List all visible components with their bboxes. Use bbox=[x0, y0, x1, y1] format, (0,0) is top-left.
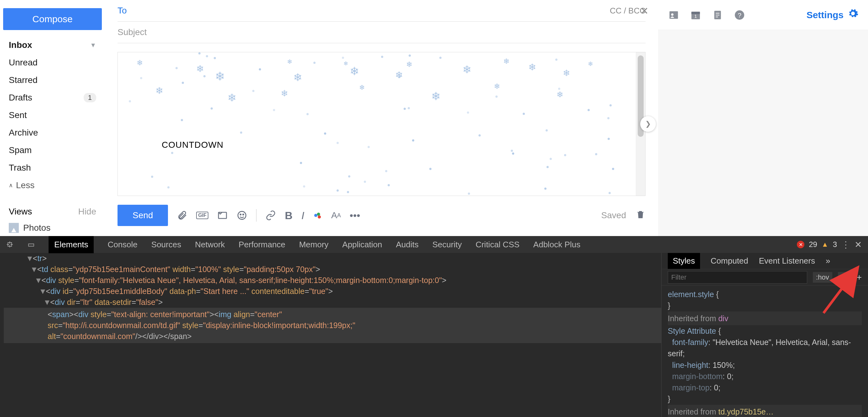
subject-field[interactable]: Subject bbox=[118, 22, 646, 43]
tab-more-icon[interactable]: » bbox=[826, 256, 830, 266]
contacts-icon[interactable] bbox=[668, 9, 680, 21]
emoji-icon[interactable] bbox=[237, 210, 247, 221]
drafts-badge: 1 bbox=[84, 93, 96, 102]
views-label: Views bbox=[9, 207, 32, 217]
css-val: 150% bbox=[713, 361, 733, 370]
compose-button[interactable]: Compose bbox=[3, 8, 102, 30]
nav-starred[interactable]: Starred bbox=[3, 71, 102, 89]
nav-sent[interactable]: Sent bbox=[3, 106, 102, 124]
nav-archive[interactable]: Archive bbox=[3, 124, 102, 141]
compose-body[interactable]: COUNTDOWN ❄❄❄❄❄❄❄❄❄❄❄❄❄❄❄❄❄❄❄❄❄ ❯ bbox=[118, 52, 646, 196]
rule-selector: element.style bbox=[668, 290, 714, 299]
dom-tree[interactable]: ▼<tr> ▼<td class="ydp75b15ee1mainContent… bbox=[0, 253, 661, 417]
separator bbox=[256, 209, 257, 222]
css-prop: line-height bbox=[672, 361, 708, 370]
settings-label: Settings bbox=[807, 10, 843, 20]
nav-label: Archive bbox=[9, 128, 38, 138]
gif-icon[interactable]: GIF bbox=[196, 212, 208, 219]
notes-icon[interactable] bbox=[711, 9, 724, 21]
nav-less[interactable]: ∧Less bbox=[3, 177, 102, 194]
close-icon[interactable]: ✕ bbox=[640, 5, 649, 17]
svg-text:?: ? bbox=[738, 11, 741, 19]
nav-less-label: Less bbox=[16, 180, 34, 190]
expand-icon[interactable]: ❯ bbox=[640, 116, 656, 132]
new-style-icon[interactable]: + bbox=[857, 272, 862, 282]
italic-icon[interactable]: I bbox=[302, 209, 304, 222]
nav-spam[interactable]: Spam bbox=[3, 141, 102, 159]
nav-label: Drafts bbox=[9, 93, 32, 103]
error-count-icon[interactable]: ✕ bbox=[797, 241, 804, 248]
countdown-image-alt: COUNTDOWN bbox=[162, 140, 223, 150]
nav-inbox[interactable]: Inbox ▼ bbox=[3, 36, 102, 54]
font-size-icon[interactable]: AA bbox=[331, 210, 341, 220]
styles-tabs: Styles Computed Event Listeners » bbox=[661, 253, 868, 269]
svg-point-8 bbox=[671, 13, 674, 16]
nav-label: Trash bbox=[9, 163, 31, 173]
css-prop: font-family bbox=[672, 338, 708, 347]
tab-critical-css[interactable]: Critical CSS bbox=[476, 240, 520, 249]
nav-unread[interactable]: Unread bbox=[3, 54, 102, 71]
settings-link[interactable]: Settings bbox=[807, 8, 859, 22]
help-icon[interactable]: ? bbox=[733, 9, 746, 21]
hov-toggle[interactable]: :hov bbox=[813, 272, 832, 283]
send-button[interactable]: Send bbox=[118, 205, 168, 226]
tab-elements[interactable]: Elements bbox=[49, 236, 94, 253]
inherited-selector: td.ydp75b15e… bbox=[718, 407, 774, 416]
css-prop: margin-bottom bbox=[672, 372, 722, 381]
warning-count-icon[interactable]: ▲ bbox=[822, 240, 829, 249]
bold-icon[interactable]: B bbox=[285, 209, 293, 222]
devtools-menu-icon[interactable]: ⋮ bbox=[841, 240, 850, 250]
css-val: 0 bbox=[727, 372, 732, 381]
trash-icon[interactable] bbox=[636, 209, 646, 222]
tab-styles[interactable]: Styles bbox=[668, 253, 700, 269]
nav-label: Unread bbox=[9, 58, 38, 68]
tab-sources[interactable]: Sources bbox=[151, 240, 181, 249]
warning-count: 3 bbox=[833, 240, 837, 249]
tab-network[interactable]: Network bbox=[195, 240, 225, 249]
to-label: To bbox=[118, 6, 127, 16]
tab-audits[interactable]: Audits bbox=[396, 240, 418, 249]
photos-icon bbox=[9, 223, 19, 233]
svg-point-2 bbox=[240, 214, 241, 215]
views-hide[interactable]: Hide bbox=[78, 207, 96, 217]
subject-placeholder: Subject bbox=[118, 27, 147, 37]
attach-icon[interactable] bbox=[177, 210, 187, 221]
css-prop: margin-top bbox=[672, 383, 710, 392]
saved-status: Saved bbox=[601, 210, 626, 220]
color-icon[interactable] bbox=[313, 211, 322, 220]
tab-memory[interactable]: Memory bbox=[299, 240, 329, 249]
nav-label: Sent bbox=[9, 110, 27, 120]
folder-nav: Inbox ▼ Unread Starred Drafts 1 Sent Arc… bbox=[3, 36, 102, 236]
cls-toggle[interactable]: .cl bbox=[838, 272, 851, 283]
tab-event-listeners[interactable]: Event Listeners bbox=[759, 256, 815, 266]
device-toggle-icon[interactable]: ▭ bbox=[28, 240, 35, 249]
card-icon[interactable] bbox=[217, 210, 228, 221]
compose-pane: ✕ To CC / BCC Subject COUNTDOWN ❄❄❄❄❄❄❄❄… bbox=[105, 0, 658, 236]
tab-application[interactable]: Application bbox=[342, 240, 382, 249]
nav-label: Inbox bbox=[9, 40, 32, 50]
inherited-label: Inherited from bbox=[668, 314, 716, 323]
inspect-icon[interactable]: ⯐ bbox=[6, 240, 14, 249]
tab-performance[interactable]: Performance bbox=[239, 240, 285, 249]
chevron-up-icon: ∧ bbox=[9, 182, 13, 189]
nav-drafts[interactable]: Drafts 1 bbox=[3, 89, 102, 106]
view-photos[interactable]: Photos bbox=[3, 220, 102, 236]
tab-console[interactable]: Console bbox=[107, 240, 137, 249]
tab-computed[interactable]: Computed bbox=[711, 256, 748, 266]
more-icon[interactable]: ••• bbox=[350, 210, 360, 221]
svg-point-1 bbox=[238, 211, 246, 219]
to-field[interactable]: To CC / BCC bbox=[118, 0, 646, 22]
tab-security[interactable]: Security bbox=[432, 240, 462, 249]
styles-body[interactable]: element.style { } Inherited from div Sty… bbox=[661, 285, 868, 417]
tab-adblock[interactable]: Adblock Plus bbox=[533, 240, 580, 249]
chevron-down-icon[interactable]: ▼ bbox=[90, 42, 96, 49]
rule-selector: Style Attribute bbox=[668, 326, 716, 335]
devtools-close-icon[interactable]: ✕ bbox=[855, 240, 862, 250]
link-icon[interactable] bbox=[266, 210, 276, 221]
sidebar: Compose Inbox ▼ Unread Starred Drafts 1 … bbox=[0, 0, 105, 236]
nav-trash[interactable]: Trash bbox=[3, 159, 102, 177]
calendar-icon[interactable]: 1 bbox=[689, 9, 702, 21]
svg-point-4 bbox=[314, 214, 317, 217]
devtools: ⯐ ▭ Elements Console Sources Network Per… bbox=[0, 236, 868, 417]
styles-filter-input[interactable] bbox=[668, 271, 807, 284]
